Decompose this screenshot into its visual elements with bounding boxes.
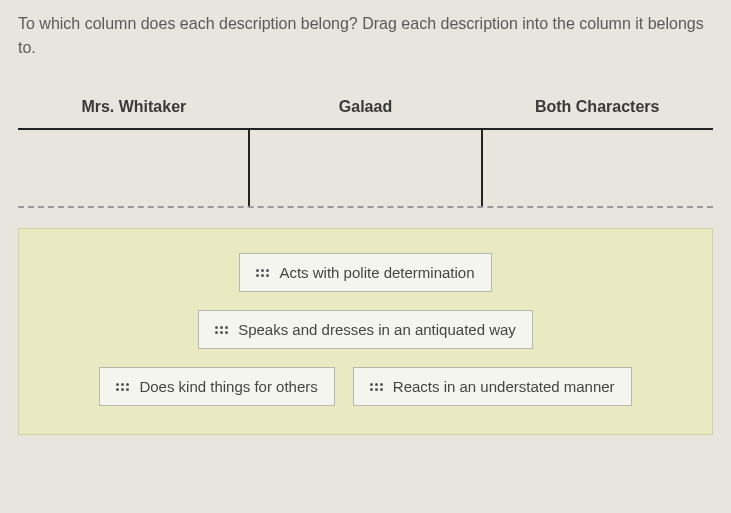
grip-icon [215, 326, 228, 334]
chip-label: Does kind things for others [139, 378, 317, 395]
column-header-both: Both Characters [481, 88, 713, 128]
chip-understated-manner[interactable]: Reacts in an understated manner [353, 367, 632, 406]
chip-antiquated-way[interactable]: Speaks and dresses in an antiquated way [198, 310, 533, 349]
grip-icon [370, 383, 383, 391]
drop-row [18, 128, 713, 208]
chip-tray: Acts with polite determination Speaks an… [18, 228, 713, 435]
drop-zone-whitaker[interactable] [18, 130, 250, 206]
chip-label: Speaks and dresses in an antiquated way [238, 321, 516, 338]
grip-icon [256, 269, 269, 277]
chip-label: Acts with polite determination [279, 264, 474, 281]
column-header-whitaker: Mrs. Whitaker [18, 88, 250, 128]
table-headers: Mrs. Whitaker Galaad Both Characters [18, 88, 713, 128]
chip-label: Reacts in an understated manner [393, 378, 615, 395]
grip-icon [116, 383, 129, 391]
chip-polite-determination[interactable]: Acts with polite determination [239, 253, 491, 292]
drop-zone-galaad[interactable] [250, 130, 482, 206]
column-header-galaad: Galaad [250, 88, 482, 128]
chip-kind-things[interactable]: Does kind things for others [99, 367, 334, 406]
instructions-text: To which column does each description be… [18, 12, 713, 60]
sort-table: Mrs. Whitaker Galaad Both Characters [18, 88, 713, 208]
drop-zone-both[interactable] [483, 130, 713, 206]
